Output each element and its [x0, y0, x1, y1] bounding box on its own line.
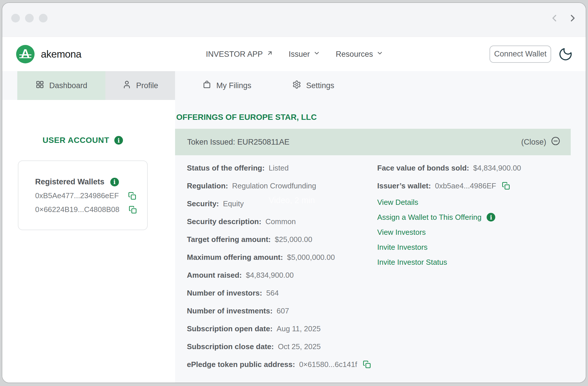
detail-value: Aug 11, 2025	[277, 324, 321, 333]
detail-value: $4,834,900.00	[246, 271, 294, 280]
copy-icon[interactable]	[128, 192, 136, 200]
tab-my-filings-label: My Filings	[216, 81, 251, 90]
tab-settings[interactable]: Settings	[276, 71, 351, 100]
nav-issuer-label: Issuer	[289, 50, 310, 58]
chevron-down-icon	[313, 50, 320, 58]
window-minimize-dot	[25, 14, 34, 22]
detail-label: Amount raised:	[187, 271, 242, 280]
nav-investor-app-label: INVESTOR APP	[206, 50, 263, 58]
header-nav: INVESTOR APP Issuer Resources	[206, 50, 383, 58]
action-link[interactable]: Assign a Wallet to This Offering i	[377, 210, 585, 225]
wallet-address: 0×66224B19...C4808B08	[35, 205, 120, 214]
nav-resources-label: Resources	[336, 50, 373, 58]
copy-icon[interactable]	[363, 360, 371, 368]
chevron-down-icon	[376, 50, 383, 58]
detail-label: Subscription close date:	[187, 342, 274, 351]
bag-icon	[202, 80, 211, 91]
window-close-dot	[11, 14, 20, 22]
action-link[interactable]: View Investors	[377, 225, 585, 240]
detail-label: Face value of bonds sold:	[377, 164, 469, 173]
detail-label: Issuer’s wallet:	[377, 181, 431, 190]
info-icon[interactable]: i	[114, 136, 123, 145]
moon-theme-toggle-icon[interactable]	[556, 45, 574, 63]
detail-row: Status of the offering: Listed	[187, 159, 371, 177]
tab-bar: Dashboard Profile My Filings Settings	[2, 71, 586, 100]
detail-row: ePledge token public address: 0×61580...…	[187, 355, 371, 373]
action-link[interactable]: View Details	[377, 195, 585, 210]
offerings-heading: OFFERINGS OF EUROPE STAR, LLC	[176, 113, 317, 122]
right-detail-rows: Face value of bonds sold: $4,834,900.00 …	[377, 159, 585, 195]
registered-wallets-card: Registered Wallets i 0xB5Ae477...234986e…	[18, 160, 148, 230]
detail-row: Security description: Common	[187, 213, 371, 230]
detail-row: Amount raised: $4,834,900.00	[187, 266, 371, 284]
user-account-heading: USER ACCOUNT	[43, 136, 109, 145]
detail-label: Maximum offering amount:	[187, 253, 283, 262]
detail-row: Regulation: Regulation Crowdfunding	[187, 177, 371, 195]
info-icon[interactable]: i	[110, 178, 119, 186]
app-header: A akemona INVESTOR APP Issuer Resources	[2, 37, 586, 71]
grid-icon	[35, 80, 44, 91]
connect-wallet-button[interactable]: Connect Wallet	[490, 46, 551, 63]
registered-wallets-title: Registered Wallets	[35, 177, 105, 186]
action-link[interactable]: Invite Investor Status	[377, 255, 585, 270]
detail-row: Maximum offering amount: $5,000,000.00	[187, 248, 371, 266]
action-link-label: Invite Investor Status	[377, 258, 447, 267]
close-token-section[interactable]: (Close)	[521, 136, 560, 148]
tab-profile-label: Profile	[136, 81, 158, 90]
close-label: (Close)	[521, 138, 546, 147]
sidebar: USER ACCOUNT i Registered Wallets i 0xB5…	[2, 100, 175, 383]
detail-value: Listed	[269, 164, 289, 173]
browser-window: A akemona INVESTOR APP Issuer Resources	[2, 2, 586, 383]
copy-icon[interactable]	[502, 182, 510, 190]
window-controls	[11, 14, 48, 22]
nav-resources[interactable]: Resources	[336, 50, 383, 58]
detail-row: Number of investors: 564	[187, 284, 371, 302]
detail-label: Regulation:	[187, 181, 228, 190]
action-link-label: Invite Investors	[377, 243, 428, 252]
window-zoom-dot	[39, 14, 48, 22]
detail-row: Target offering amount: $25,000.00	[187, 230, 371, 248]
brand-logo[interactable]: A akemona	[16, 45, 81, 63]
nav-issuer[interactable]: Issuer	[289, 50, 320, 58]
detail-label: Status of the offering:	[187, 164, 265, 173]
detail-value: 564	[266, 289, 279, 298]
detail-label: Subscription open date:	[187, 324, 273, 333]
detail-value: Regulation Crowdfunding	[232, 181, 316, 190]
chevron-right-icon[interactable]	[567, 13, 578, 25]
tab-dashboard[interactable]: Dashboard	[17, 71, 105, 100]
detail-value: $4,834,900.00	[473, 164, 521, 173]
detail-value: $5,000,000.00	[287, 253, 335, 262]
token-issued-label: Token Issued: EUR250811AE	[187, 138, 289, 147]
nav-investor-app[interactable]: INVESTOR APP	[206, 50, 273, 58]
browser-chrome	[2, 3, 586, 37]
tab-dashboard-label: Dashboard	[49, 81, 87, 90]
detail-value: Common	[265, 217, 296, 226]
minus-circle-icon[interactable]	[551, 136, 560, 148]
action-link[interactable]: Invite Investors	[377, 240, 585, 255]
detail-label: Number of investments:	[187, 306, 273, 315]
detail-row: Subscription open date: Aug 11, 2025	[187, 320, 371, 338]
wallet-row: 0xB5Ae477...234986eEF	[35, 191, 147, 200]
tab-my-filings[interactable]: My Filings	[187, 71, 267, 100]
offerings-panel: OFFERINGS OF EUROPE STAR, LLC Token Issu…	[175, 100, 586, 383]
wallet-address: 0xB5Ae477...234986eEF	[35, 191, 119, 200]
detail-row: Number of investments: 607	[187, 302, 371, 320]
detail-label: Security:	[187, 199, 219, 208]
chevron-left-icon	[549, 13, 560, 25]
detail-row: Face value of bonds sold: $4,834,900.00	[377, 159, 585, 177]
detail-value: 0xb5ae4...4986EF	[435, 181, 496, 190]
gear-icon	[292, 80, 301, 91]
detail-row: Issuer’s wallet: 0xb5ae4...4986EF	[377, 177, 585, 195]
info-icon[interactable]: i	[487, 213, 495, 222]
tab-profile[interactable]: Profile	[105, 71, 175, 100]
detail-value: $25,000.00	[275, 235, 312, 244]
action-link-label: View Details	[377, 198, 418, 207]
user-icon	[122, 80, 131, 91]
action-link-label: View Investors	[377, 228, 426, 237]
arrow-up-right-icon	[266, 50, 273, 58]
detail-label: Security description:	[187, 217, 261, 226]
copy-icon[interactable]	[129, 206, 137, 214]
akemona-logo-icon: A	[16, 45, 35, 63]
detail-label: Target offering amount:	[187, 235, 271, 244]
detail-row: Subscription close date: Oct 25, 2025	[187, 338, 371, 355]
